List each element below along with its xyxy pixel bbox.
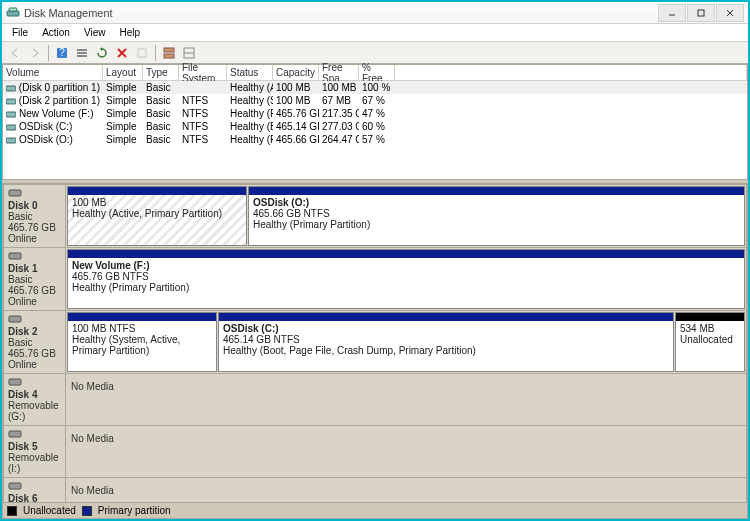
legend-swatch-primary	[82, 506, 92, 516]
menu-file[interactable]: File	[6, 25, 34, 40]
svg-rect-23	[9, 190, 21, 196]
window-title: Disk Management	[24, 7, 654, 19]
titlebar[interactable]: Disk Management	[2, 2, 748, 24]
partition[interactable]: New Volume (F:)465.76 GB NTFSHealthy (Pr…	[67, 249, 745, 309]
disk-partitions: No Media	[66, 426, 746, 477]
svg-rect-22	[6, 138, 16, 143]
svg-rect-24	[9, 253, 21, 259]
partition-bar	[68, 250, 744, 258]
svg-rect-21	[6, 125, 16, 130]
disk-partitions: 100 MB NTFSHealthy (System, Active, Prim…	[66, 311, 746, 373]
layout-icon[interactable]	[160, 44, 178, 62]
column-type[interactable]: Type	[143, 65, 179, 80]
disk-row: Disk 0Basic465.76 GBOnline100 MBHealthy …	[3, 184, 747, 248]
remove-icon[interactable]	[113, 44, 131, 62]
window-controls	[658, 4, 744, 22]
disk-blocks[interactable]: Disk 0Basic465.76 GBOnline100 MBHealthy …	[3, 184, 747, 502]
partition-bar	[249, 187, 744, 195]
disk-header[interactable]: Disk 0Basic465.76 GBOnline	[4, 185, 66, 247]
partition[interactable]: OSDisk (C:)465.14 GB NTFSHealthy (Boot, …	[218, 312, 674, 372]
partition[interactable]: 100 MB NTFSHealthy (System, Active, Prim…	[67, 312, 217, 372]
no-media-label: No Media	[67, 479, 745, 502]
disk-header[interactable]: Disk 1Basic465.76 GBOnline	[4, 248, 66, 310]
disk-partitions: New Volume (F:)465.76 GB NTFSHealthy (Pr…	[66, 248, 746, 310]
forward-button[interactable]	[26, 44, 44, 62]
app-icon	[6, 6, 20, 20]
no-media-label: No Media	[67, 427, 745, 476]
properties-icon[interactable]	[133, 44, 151, 62]
legend: Unallocated Primary partition	[3, 502, 747, 518]
partition[interactable]: 100 MBHealthy (Active, Primary Partition…	[67, 186, 247, 246]
maximize-button[interactable]	[687, 4, 715, 22]
volume-row[interactable]: New Volume (F:)SimpleBasicNTFSHealthy (P…	[3, 107, 747, 120]
close-button[interactable]	[716, 4, 744, 22]
menu-action[interactable]: Action	[36, 25, 76, 40]
more-icon[interactable]	[180, 44, 198, 62]
disk-header[interactable]: Disk 4Removable (G:)	[4, 374, 66, 425]
partition[interactable]: OSDisk (O:)465.66 GB NTFSHealthy (Primar…	[248, 186, 745, 246]
back-button[interactable]	[6, 44, 24, 62]
disk-row: Disk 1Basic465.76 GBOnlineNew Volume (F:…	[3, 248, 747, 311]
disk-row: Disk 5Removable (I:)No Media	[3, 426, 747, 478]
disk-row: Disk 2Basic465.76 GBOnline100 MB NTFSHea…	[3, 311, 747, 374]
svg-rect-28	[9, 483, 21, 489]
partition-label: New Volume (F:)465.76 GB NTFSHealthy (Pr…	[68, 258, 744, 308]
disk-graphic-pane: Disk 0Basic465.76 GBOnline100 MBHealthy …	[2, 183, 748, 519]
svg-rect-1	[9, 8, 17, 11]
minimize-button[interactable]	[658, 4, 686, 22]
svg-rect-25	[9, 316, 21, 322]
menubar: File Action View Help	[2, 24, 748, 42]
partition-label: OSDisk (C:)465.14 GB NTFSHealthy (Boot, …	[219, 321, 673, 371]
column-volume[interactable]: Volume	[3, 65, 103, 80]
column-fs[interactable]: File System	[179, 65, 227, 80]
help-icon[interactable]: ?	[53, 44, 71, 62]
legend-unallocated: Unallocated	[23, 505, 76, 516]
svg-rect-0	[7, 11, 19, 16]
partition-bar	[676, 313, 744, 321]
legend-primary: Primary partition	[98, 505, 171, 516]
disk-header[interactable]: Disk 6Removable (J:)	[4, 478, 66, 502]
volume-row[interactable]: OSDisk (C:)SimpleBasicNTFSHealthy (B...4…	[3, 120, 747, 133]
disk-header[interactable]: Disk 5Removable (I:)	[4, 426, 66, 477]
column-capacity[interactable]: Capacity	[273, 65, 319, 80]
svg-rect-26	[9, 379, 21, 385]
disk-management-window: Disk Management File Action View Help ? …	[0, 0, 750, 521]
legend-swatch-unallocated	[7, 506, 17, 516]
partition-label: OSDisk (O:)465.66 GB NTFSHealthy (Primar…	[249, 195, 744, 245]
svg-rect-13	[138, 49, 146, 57]
partition-label: 100 MBHealthy (Active, Primary Partition…	[68, 195, 246, 245]
svg-rect-20	[6, 112, 16, 117]
disk-partitions: No Media	[66, 478, 746, 502]
column-status[interactable]: Status	[227, 65, 273, 80]
svg-text:?: ?	[59, 47, 65, 58]
disk-row: Disk 4Removable (G:)No Media	[3, 374, 747, 426]
svg-rect-19	[6, 99, 16, 104]
disk-header[interactable]: Disk 2Basic465.76 GBOnline	[4, 311, 66, 373]
volume-row[interactable]: (Disk 2 partition 1)SimpleBasicNTFSHealt…	[3, 94, 747, 107]
column-headers: VolumeLayoutTypeFile SystemStatusCapacit…	[3, 65, 747, 81]
column-free[interactable]: Free Spa...	[319, 65, 359, 80]
svg-rect-18	[6, 86, 16, 91]
column-layout[interactable]: Layout	[103, 65, 143, 80]
volume-row[interactable]: OSDisk (O:)SimpleBasicNTFSHealthy (P...4…	[3, 133, 747, 146]
menu-view[interactable]: View	[78, 25, 112, 40]
menu-help[interactable]: Help	[113, 25, 146, 40]
svg-rect-8	[77, 49, 87, 51]
partition-bar	[68, 313, 216, 321]
volume-list-pane: VolumeLayoutTypeFile SystemStatusCapacit…	[2, 64, 748, 180]
refresh-icon[interactable]	[93, 44, 111, 62]
partition[interactable]: 534 MBUnallocated	[675, 312, 745, 372]
svg-rect-3	[698, 10, 704, 16]
disk-partitions: No Media	[66, 374, 746, 425]
svg-rect-10	[77, 55, 87, 57]
svg-rect-15	[164, 54, 174, 58]
partition-bar	[68, 187, 246, 195]
svg-rect-9	[77, 52, 87, 54]
column-pct[interactable]: % Free	[359, 65, 395, 80]
disk-partitions: 100 MBHealthy (Active, Primary Partition…	[66, 185, 746, 247]
partition-label: 534 MBUnallocated	[676, 321, 744, 371]
no-media-label: No Media	[67, 375, 745, 424]
volume-row[interactable]: (Disk 0 partition 1)SimpleBasicHealthy (…	[3, 81, 747, 94]
list-icon[interactable]	[73, 44, 91, 62]
disk-row: Disk 6Removable (J:)No Media	[3, 478, 747, 502]
